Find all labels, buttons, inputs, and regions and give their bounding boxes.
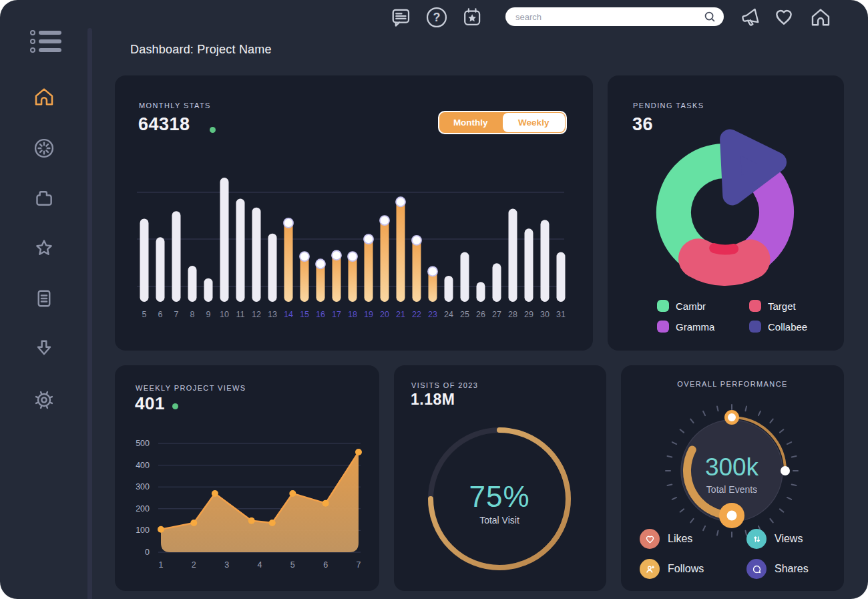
bar-day-22 (413, 236, 421, 302)
bar-day-27 (493, 263, 501, 302)
svg-text:26: 26 (476, 310, 485, 319)
sidebar-item-documents[interactable] (32, 286, 56, 311)
svg-text:27: 27 (492, 310, 501, 319)
svg-text:23: 23 (428, 310, 437, 319)
bar-day-30 (541, 220, 550, 302)
svg-text:9: 9 (206, 310, 211, 319)
home-icon[interactable] (809, 5, 833, 29)
sidebar-item-downloads[interactable] (32, 337, 56, 361)
monthly-bar-chart[interactable]: 5678910111213141516171819202122232425262… (115, 75, 593, 351)
search-bar (505, 7, 724, 26)
bar-day-29 (525, 228, 533, 302)
legend-item-gramma[interactable]: Gramma (657, 321, 749, 333)
bar-day-19 (365, 235, 373, 302)
legend-item-cambr[interactable]: Cambr (657, 300, 749, 312)
legend-swatch (657, 321, 669, 333)
bar-day-13 (268, 234, 277, 302)
svg-text:30: 30 (540, 310, 550, 319)
gauge-sublabel: Total Events (678, 484, 785, 495)
svg-text:14: 14 (284, 310, 293, 319)
bar-day-25 (461, 252, 469, 302)
performance-card: OVERALL PERFORMANCE 300k Total Events Li… (621, 365, 844, 591)
dashboard-app: ? Dashboard: Project Name MON (0, 0, 868, 599)
legend-item-shares[interactable]: Shares (746, 559, 827, 579)
svg-text:20: 20 (380, 310, 389, 319)
bar-day-12 (252, 208, 261, 302)
legend-item-views[interactable]: Views (746, 529, 827, 549)
svg-text:16: 16 (316, 310, 325, 319)
gauge-center-text: 300k Total Events (678, 453, 785, 495)
svg-text:200: 200 (136, 504, 150, 514)
svg-text:31: 31 (556, 310, 566, 319)
legend-item-follows[interactable]: Follows (640, 559, 746, 579)
bar-day-28 (509, 209, 517, 303)
bar-day-11 (236, 199, 245, 302)
svg-text:10: 10 (220, 310, 229, 319)
bar-day-21 (397, 198, 405, 302)
performance-legend: Likes Views Follows Shares (640, 529, 827, 579)
legend-swatch (749, 321, 761, 333)
heart-icon[interactable] (772, 5, 796, 29)
sidebar-item-projects[interactable] (32, 186, 56, 210)
sidebar-item-home[interactable] (32, 85, 56, 109)
bar-day-6 (156, 237, 165, 302)
svg-text:28: 28 (508, 310, 517, 319)
sidebar-divider (87, 28, 92, 599)
bar-day-10 (220, 178, 229, 302)
weekly-views-card: WEEKLY PROJECT VIEWS 401 010020030040050… (115, 365, 379, 591)
megaphone-icon[interactable] (738, 5, 763, 29)
svg-text:2: 2 (192, 560, 196, 570)
menu-list-icon[interactable] (29, 28, 63, 55)
svg-text:1: 1 (159, 560, 164, 570)
svg-text:7: 7 (357, 560, 361, 570)
user-plus-icon (640, 559, 660, 579)
svg-text:12: 12 (252, 310, 261, 319)
svg-text:0: 0 (145, 548, 150, 557)
svg-text:8: 8 (190, 310, 195, 319)
pending-tasks-card: PENDING TASKS 36 Cambr Target Gramma Col… (608, 75, 844, 351)
svg-text:17: 17 (332, 310, 341, 319)
bar-day-24 (445, 276, 453, 302)
svg-text:4: 4 (258, 560, 262, 570)
svg-text:5: 5 (290, 560, 295, 570)
bar-day-20 (381, 216, 389, 302)
sidebar-item-activity[interactable] (32, 136, 56, 160)
svg-text:15: 15 (300, 310, 309, 319)
search-input[interactable] (505, 12, 702, 22)
gauge-value: 300k (678, 453, 785, 481)
visits-progress-ring[interactable] (394, 365, 606, 591)
svg-text:6: 6 (323, 560, 328, 570)
bar-day-8 (188, 266, 197, 302)
heart-icon (640, 529, 660, 549)
visits-center-text: 75% Total Visit (446, 480, 553, 526)
svg-text:7: 7 (174, 310, 179, 319)
svg-text:13: 13 (268, 310, 277, 319)
weekly-area-chart[interactable]: 01002003004005001234567 (115, 365, 379, 591)
svg-text:11: 11 (236, 310, 245, 319)
monthly-stats-card: MONTHLY STATS 64318 Monthly Weekly 56789… (115, 75, 593, 351)
visits-card: VISITS OF 2023 1.18M 75% Total Visit (394, 365, 606, 591)
chat-icon[interactable] (389, 5, 413, 29)
help-icon[interactable]: ? (425, 5, 449, 29)
page-title: Dashboard: Project Name (130, 43, 272, 57)
legend-item-collabee[interactable]: Collabee (749, 321, 807, 333)
bar-day-7 (172, 211, 181, 302)
chat-bubble-icon (746, 559, 767, 579)
bar-day-14 (284, 218, 293, 302)
sidebar-item-settings[interactable] (32, 388, 56, 412)
search-icon[interactable] (702, 9, 717, 24)
svg-text:25: 25 (460, 310, 469, 319)
legend-item-likes[interactable]: Likes (640, 529, 746, 549)
visits-sublabel: Total Visit (446, 515, 553, 526)
arrows-up-down-icon (746, 529, 767, 549)
legend-item-target[interactable]: Target (749, 300, 807, 312)
calendar-star-icon[interactable] (460, 5, 484, 29)
bar-day-31 (557, 252, 566, 302)
svg-text:400: 400 (136, 461, 150, 470)
svg-text:24: 24 (444, 310, 453, 319)
svg-text:21: 21 (396, 310, 405, 319)
legend-swatch (749, 300, 761, 312)
bar-day-26 (477, 282, 485, 302)
sidebar-item-favorites[interactable] (32, 236, 56, 260)
svg-text:18: 18 (348, 310, 357, 319)
